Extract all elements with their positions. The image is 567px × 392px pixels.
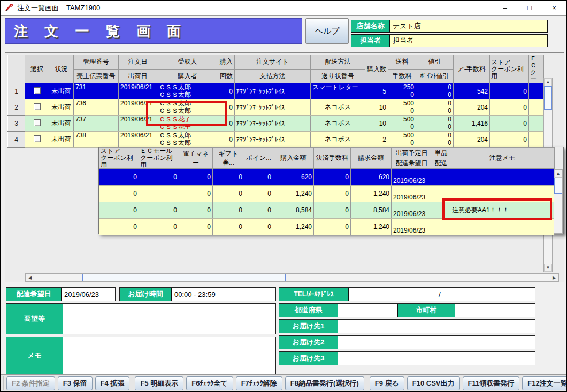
- select-cell[interactable]: [25, 116, 49, 132]
- header-fee: 手数料: [388, 69, 416, 83]
- select-cell[interactable]: [25, 83, 49, 99]
- row-number[interactable]: 2: [8, 99, 25, 116]
- qty-cell: 5: [365, 83, 388, 99]
- address2-row: お届け先2: [279, 335, 535, 349]
- address2-field[interactable]: [338, 336, 535, 349]
- row-checkbox[interactable]: [34, 119, 41, 126]
- minimize-button[interactable]: –: [493, 1, 517, 15]
- f7-uncheck-button[interactable]: F7ﾁｪｯｸ解除: [236, 376, 282, 390]
- f4-extend-button[interactable]: F4 拡張: [95, 376, 130, 390]
- tel-mail-field[interactable]: /: [349, 288, 535, 301]
- scroll-up-icon[interactable]: ▲: [544, 78, 552, 86]
- header-purchase-times-top: 購入: [218, 55, 235, 70]
- header-tracking-no: 送り状番号: [311, 69, 365, 83]
- f12-order-list-button[interactable]: F12注文一覧発行: [522, 376, 567, 390]
- header-a-fee: ア-手数料: [454, 55, 490, 83]
- scroll-right-icon[interactable]: ▶: [550, 274, 558, 281]
- city-field[interactable]: [455, 304, 535, 317]
- ship-plan-cell: [393, 219, 430, 227]
- header-order-date: 注文日: [119, 55, 157, 70]
- settlement-fee-cell: 0: [314, 202, 351, 219]
- table-row[interactable]: 3 未出荷 737 2019/06/21 ＣＳＳ花子ＣＳＳ花子 0 ｱﾏｿﾞﾝﾏ…: [8, 116, 544, 132]
- row-checkbox[interactable]: [34, 135, 41, 142]
- f6-check-all-button[interactable]: F6ﾁｪｯｸ全て: [186, 376, 233, 390]
- discount-cell: 0: [418, 116, 451, 123]
- f11-receipt-button[interactable]: F11領収書発行: [463, 376, 520, 390]
- gift-card-cell: 0: [213, 186, 244, 202]
- row-number[interactable]: 1: [8, 83, 25, 99]
- caution-memo-cell: [450, 169, 555, 186]
- prefecture-field[interactable]: [338, 304, 393, 317]
- emoney-cell: 0: [179, 202, 213, 219]
- ship-plan-cell: [393, 202, 430, 210]
- fbar-spacer: [3, 376, 4, 390]
- purchase-amount-cell: 1,240: [273, 219, 314, 235]
- header-qty: 購入数: [365, 55, 388, 83]
- row-number[interactable]: 3: [8, 116, 25, 132]
- delivery-time-field[interactable]: 00:00 - 23:59: [172, 288, 275, 301]
- delivery-date-field[interactable]: 2019/06/23: [62, 288, 115, 301]
- store-name-label: 店舗名称: [351, 20, 390, 32]
- table-row[interactable]: 2 未出荷 736 2019/06/21 ＣＳＳ太郎ＣＳＳ太郎 0 ｱﾏｿﾞﾝﾏ…: [8, 99, 544, 116]
- ec-mall-coupon-use-cell: 0: [139, 219, 179, 235]
- detail-vertical-scrollbar[interactable]: ▲: [554, 169, 563, 234]
- header-single-delivery: 単品配送: [432, 148, 450, 169]
- store-coupon-cell: 0: [490, 83, 529, 99]
- address1-field[interactable]: [338, 320, 535, 333]
- f10-csv-button[interactable]: F10 CSV出力: [407, 376, 460, 390]
- header-store-coupon-use: ストア クーポン利用: [99, 148, 139, 169]
- order-detail-panel: ストア クーポン利用 ＥＣモール クーポン利用 電子マネー ギフト券... ポイ…: [98, 147, 564, 234]
- table-row[interactable]: 0 0 0 0 0 1,240 0 1,240 2019/06/23: [99, 219, 555, 235]
- buyer-cell: ＣＳＳ太郎: [159, 91, 216, 98]
- row-number[interactable]: 4: [8, 132, 25, 148]
- header-mgmt-no: 管理番号: [74, 55, 119, 70]
- maximize-button[interactable]: □: [517, 1, 542, 15]
- store-name-field[interactable]: テスト店: [390, 20, 547, 32]
- emoney-cell: 0: [179, 186, 213, 202]
- point-discount-cell: 0: [418, 139, 451, 147]
- f5-detail-button[interactable]: F5 明細表示: [135, 376, 183, 390]
- delivery-method-cell: ネコポス: [311, 99, 365, 116]
- postage-cell: 500: [390, 116, 414, 123]
- scrollbar-thumb[interactable]: [544, 86, 552, 110]
- header-purchase-amount: 購入金額: [273, 148, 314, 169]
- row-checkbox[interactable]: [34, 103, 41, 110]
- table-row[interactable]: 4 未出荷 738 2019/06/21 ＣＳＳ太郎ＣＳＳ太郎 0 ｱﾏｿﾞﾝﾏ…: [8, 132, 544, 148]
- slip-no-cell: [75, 123, 117, 130]
- scrollbar-thumb[interactable]: [82, 274, 286, 281]
- prefecture-city-row: 都道府県 市町村: [279, 303, 535, 317]
- table-row[interactable]: 1 未出荷 731 2019/06/21 ＣＳＳ太郎ＣＳＳ太郎 0 ｱﾏｿﾞﾝﾏ…: [8, 83, 544, 99]
- a-fee-cell: 542: [454, 83, 490, 99]
- request-field[interactable]: [63, 304, 275, 334]
- scroll-left-icon[interactable]: ◀: [26, 274, 34, 281]
- select-cell[interactable]: [25, 99, 49, 116]
- address3-field[interactable]: [338, 352, 535, 365]
- f9-back-button[interactable]: F9 戻る: [370, 376, 404, 390]
- order-list-table: 選択 状況 管理番号 注文日 受取人 購入 注文サイト 配送方法 購入数 送料 …: [7, 55, 544, 148]
- help-button[interactable]: ヘルプ: [305, 18, 349, 44]
- scroll-down-icon[interactable]: ▼: [544, 264, 552, 272]
- staff-field[interactable]: 担当者: [390, 35, 547, 47]
- scroll-up-icon[interactable]: ▲: [554, 170, 562, 178]
- header-buyer: 購入者: [157, 69, 218, 83]
- memo-field[interactable]: [63, 337, 275, 374]
- settlement-fee-cell: 0: [314, 186, 351, 202]
- discount-cell: 0: [418, 99, 451, 107]
- ec-mall-coupon-use-cell: [139, 186, 179, 202]
- window-title-code: TAMZ1900: [66, 4, 100, 12]
- point-cell: 0: [244, 186, 273, 202]
- title-bar: 注文一覧画面 TAMZ1900 – □ ×: [1, 1, 566, 16]
- purchase-amount-cell: 1,240: [273, 186, 314, 202]
- select-cell[interactable]: [25, 132, 49, 148]
- slip-no-cell: [75, 107, 117, 114]
- scrollbar-thumb[interactable]: [554, 178, 562, 194]
- close-button[interactable]: ×: [542, 1, 566, 15]
- billing-amount-cell: 1,240: [351, 186, 392, 202]
- ec-coupon-cell: [529, 99, 544, 116]
- f3-hold-button[interactable]: F3 保留: [58, 376, 93, 390]
- row-checkbox[interactable]: [34, 87, 41, 94]
- horizontal-scrollbar[interactable]: ◀ ▶: [25, 273, 559, 282]
- f8-invoice-button[interactable]: F8納品書発行(選択行): [285, 376, 364, 390]
- header-billing-amount: 請求金額: [351, 148, 392, 169]
- table-row[interactable]: 0 0 0 0 0 620 0 620 2019/06/23: [99, 169, 555, 186]
